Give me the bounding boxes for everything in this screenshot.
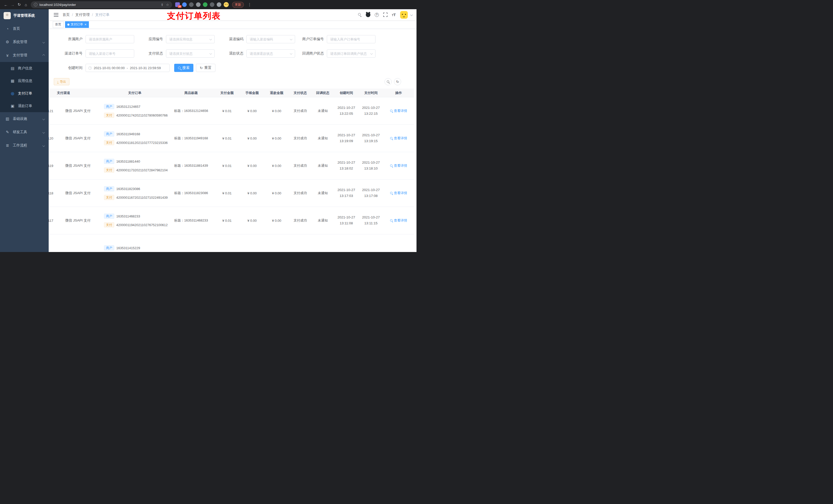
extension-icon-1[interactable]: 10	[175, 2, 180, 7]
forward-icon[interactable]: →	[9, 3, 16, 7]
sidebar-item-merchant-info[interactable]: ▤ 商户信息	[0, 62, 49, 74]
search-icon[interactable]	[358, 13, 361, 16]
refresh-table-button[interactable]: ↻	[394, 78, 401, 85]
cell-title: 标题：1635311468233	[168, 218, 214, 223]
fullscreen-icon[interactable]	[383, 13, 387, 17]
back-icon[interactable]: ←	[3, 3, 9, 7]
cell-create-time: 2021-10-27 13:19:09	[334, 133, 359, 144]
sidebar-item-payment[interactable]: ¥ 支付管理	[0, 49, 49, 62]
breadcrumb-payment[interactable]: 支付管理	[75, 13, 90, 17]
tags-view: 首页 支付订单 ×	[49, 20, 416, 29]
date-start[interactable]: 2021-10-01 00:00:00	[94, 66, 125, 70]
sidebar-item-infra[interactable]: ▥ 基础设施	[0, 112, 49, 125]
merchant-tag: 商户	[104, 131, 114, 137]
table-row: 119 微信 JSAPI 支付 商户 1635311881440 支	[49, 152, 414, 179]
extension-icon-2[interactable]	[182, 2, 187, 7]
browser-profile-avatar[interactable]	[223, 2, 229, 7]
cell-refund-amount: ¥ 0.00	[264, 137, 289, 140]
sidebar-item-app-info[interactable]: ▦ 应用信息	[0, 74, 49, 87]
magnifier-icon	[390, 110, 393, 113]
toggle-search-button[interactable]	[384, 78, 392, 85]
extension-icon-4[interactable]	[196, 2, 200, 7]
view-detail-link[interactable]: 查看详情	[390, 191, 407, 195]
table-row: 117 微信 JSAPI 支付 商户 1635311468233 支	[49, 207, 414, 234]
notify-status-select[interactable]	[327, 49, 376, 57]
extension-icon-7[interactable]	[217, 2, 221, 7]
cell-pay-order: 商户 1635311823086 支付 42000011672021102710…	[101, 186, 168, 200]
tab-home[interactable]: 首页	[53, 21, 64, 28]
header-actions: ? TT	[358, 11, 412, 19]
hamburger-icon[interactable]	[54, 15, 58, 15]
sidebar-item-system[interactable]: ⚙ 系统管理	[0, 35, 49, 49]
merchant-tag: 商户	[104, 214, 114, 219]
field-refund-status: 退款状态	[215, 49, 295, 57]
dashboard-icon: ◔	[5, 27, 10, 31]
filter-form: 所属商户 应用编号 渠道编码	[49, 29, 416, 72]
user-avatar[interactable]	[400, 11, 408, 19]
sidebar-item-devtools[interactable]: ✎ 研发工具	[0, 125, 49, 139]
sidebar-item-workflow[interactable]: ≣ 工作流程	[0, 139, 49, 152]
reload-icon[interactable]: ↻	[16, 2, 23, 7]
pay-order-no: 4200001167202110271022491439	[116, 196, 168, 199]
url-text[interactable]: localhost:1024/pay/order	[40, 3, 159, 7]
search-button[interactable]: 搜索	[174, 64, 193, 72]
share-icon[interactable]: ⇧	[161, 3, 163, 7]
refresh-icon: ↻	[396, 80, 399, 83]
sidebar-item-pay-order[interactable]: ◎ 支付订单	[0, 87, 49, 100]
view-detail-link[interactable]: 查看详情	[390, 136, 407, 141]
extension-icon-3[interactable]	[189, 2, 194, 7]
pay-order-no: 4200001194202110276752100612	[116, 223, 168, 227]
cell-pay-time: 2021-10-27 13:11:15	[359, 215, 383, 226]
cell-title: 标题：1635312124656	[168, 109, 214, 113]
reset-button[interactable]: ↻ 重置	[196, 64, 215, 72]
column-header: 手续金额	[240, 91, 264, 95]
sidebar-item-refund-order[interactable]: ▣ 退款订单	[0, 100, 49, 112]
home-icon[interactable]: ⌂	[23, 3, 29, 7]
close-icon[interactable]: ×	[85, 23, 87, 26]
extension-icon-6[interactable]	[210, 2, 214, 7]
browser-menu-icon[interactable]: ⋮	[248, 2, 252, 7]
site-info-icon[interactable]: i	[34, 3, 38, 6]
help-icon[interactable]: ?	[375, 13, 379, 17]
view-detail-link[interactable]: 查看详情	[390, 163, 407, 168]
chevron-up-icon	[43, 54, 45, 56]
date-end[interactable]: 2021-10-31 23:59:59	[130, 66, 161, 70]
orders-table: 编号 支付渠道 支付订单 商品标题 支付金额 手续金额	[49, 89, 416, 252]
merchant-order-no-input[interactable]	[327, 35, 376, 43]
channel-code-select[interactable]	[246, 35, 295, 43]
magnifier-icon	[390, 164, 393, 167]
cell-channel: 微信 JSAPI 支付	[54, 163, 101, 168]
date-range-input[interactable]: 2021-10-01 00:00:00 - 2021-10-31 23:59:5…	[86, 64, 170, 72]
pay-order-line: 支付 4200001173202110272847982104	[104, 167, 168, 173]
refund-status-select[interactable]	[246, 49, 295, 57]
cell-channel: 微信 JSAPI 支付	[54, 191, 101, 195]
column-header: 支付订单	[101, 91, 168, 95]
sidebar-item-home[interactable]: ◔ 首页	[0, 22, 49, 35]
cell-pay-status: 支付成功	[289, 136, 311, 141]
cell-pay-order: 商户 1635312124657 支付 42000011742021102780…	[101, 104, 168, 118]
chevron-down-icon	[43, 144, 45, 147]
app-select[interactable]	[166, 35, 215, 43]
chevron-down-icon[interactable]	[410, 14, 413, 16]
export-button[interactable]: ↓ 导出	[54, 78, 69, 85]
view-detail-link[interactable]: 查看详情	[390, 218, 407, 223]
payment-submenu: ▤ 商户信息 ▦ 应用信息 ◎ 支付订单 ▣ 退款订单	[0, 62, 49, 112]
font-size-icon[interactable]: TT	[392, 13, 396, 17]
cell-pay-status: 支付成功	[289, 191, 311, 195]
workflow-icon: ≣	[5, 143, 10, 148]
update-button[interactable]: 更新	[232, 2, 244, 8]
tab-pay-order[interactable]: 支付订单 ×	[65, 21, 89, 28]
view-detail-link[interactable]: 查看详情	[390, 109, 407, 113]
address-bar[interactable]: i localhost:1024/pay/order ⇧ ☆	[31, 1, 172, 8]
cell-notify-status: 未通知	[311, 163, 334, 168]
merchant-input[interactable]	[86, 35, 134, 43]
extension-icon-5[interactable]	[203, 2, 208, 7]
github-icon[interactable]	[366, 13, 371, 17]
table-body: 121 微信 JSAPI 支付 商户 1635312124657 支	[49, 97, 414, 252]
breadcrumb-home[interactable]: 首页	[63, 13, 70, 17]
pay-status-select[interactable]	[166, 49, 215, 57]
logo-image	[4, 12, 11, 19]
bookmark-star-icon[interactable]: ☆	[166, 3, 169, 7]
merchant-order-line: 商户 1635312124657	[104, 104, 168, 109]
channel-order-no-input[interactable]	[86, 49, 134, 57]
